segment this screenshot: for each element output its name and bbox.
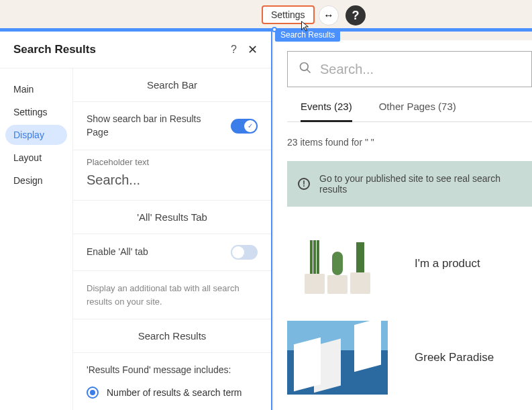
svg-point-0	[301, 63, 309, 71]
settings-button[interactable]: Settings	[262, 5, 315, 24]
panel-title: Search Results	[13, 43, 96, 56]
items-found-text: 23 items found for " "	[287, 137, 532, 148]
result-tabs: Events (23) Other Pages (73)	[287, 101, 532, 122]
radio-number-and-term-label: Number of results & search term	[107, 387, 242, 398]
tab-other-pages[interactable]: Other Pages (73)	[379, 101, 456, 122]
selection-label: Search Results	[275, 28, 340, 42]
nav-design[interactable]: Design	[5, 170, 67, 191]
panel-content: Search Bar Show search bar in Results Pa…	[72, 68, 271, 410]
help-button[interactable]: ?	[345, 5, 366, 25]
preview-pane: Search... Events (23) Other Pages (73) 2…	[274, 40, 532, 410]
top-toolbar: Settings ↔ ?	[0, 0, 532, 28]
enable-all-tab-label: Enable 'All' tab	[87, 246, 148, 259]
panel-help-icon[interactable]: ?	[231, 44, 237, 56]
results-found-msg-label: 'Results Found' message includes:	[87, 364, 258, 377]
nav-layout[interactable]: Layout	[5, 148, 67, 168]
publish-notice: ! Go to your published site to see real …	[287, 161, 532, 207]
show-search-bar-label: Show search bar in Results Page	[87, 113, 207, 139]
section-search-bar-title: Search Bar	[73, 68, 271, 102]
tab-events[interactable]: Events (23)	[301, 101, 352, 122]
result-thumb-cactus	[287, 227, 388, 301]
search-icon	[299, 61, 312, 77]
radio-number-and-term[interactable]	[87, 387, 99, 399]
panel-header: Search Results ? ✕	[0, 32, 271, 68]
section-search-results-title: Search Results	[73, 319, 271, 353]
nav-main[interactable]: Main	[5, 79, 67, 99]
nav-settings[interactable]: Settings	[5, 102, 67, 122]
search-placeholder: Search...	[320, 62, 374, 77]
notice-text: Go to your published site to see real se…	[319, 173, 521, 195]
result-item[interactable]: Greek Paradise	[287, 321, 532, 395]
placeholder-label: Placeholder text	[87, 157, 258, 167]
settings-panel: Search Results ? ✕ Main Settings Display…	[0, 32, 272, 410]
enable-all-tab-toggle[interactable]	[231, 245, 258, 260]
all-tab-description: Display an additional tab with all searc…	[87, 282, 258, 308]
result-title: Greek Paradise	[415, 351, 494, 364]
search-box[interactable]: Search...	[287, 51, 532, 87]
svg-line-1	[307, 70, 311, 73]
side-nav: Main Settings Display Layout Design	[0, 68, 72, 410]
result-title: I'm a product	[415, 257, 480, 270]
result-thumb-greece	[287, 321, 388, 395]
swap-button[interactable]: ↔	[319, 5, 339, 25]
show-search-bar-toggle[interactable]: ✓	[231, 119, 258, 134]
result-item[interactable]: I'm a product	[287, 227, 532, 301]
selection-handle[interactable]	[272, 27, 277, 32]
close-icon[interactable]: ✕	[248, 42, 258, 57]
placeholder-input[interactable]: Search...	[87, 172, 258, 188]
nav-display[interactable]: Display	[5, 125, 67, 145]
info-icon: !	[298, 178, 310, 190]
section-all-tab-title: 'All' Results Tab	[73, 201, 271, 234]
